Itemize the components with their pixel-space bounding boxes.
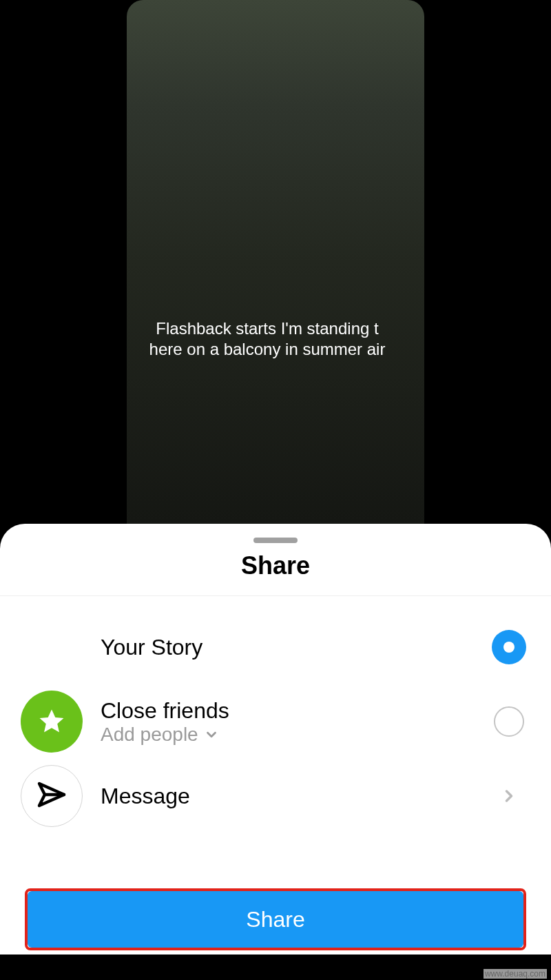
chevron-right-icon bbox=[488, 786, 530, 806]
add-people-link[interactable]: Add people bbox=[101, 724, 470, 746]
share-button[interactable]: Share bbox=[28, 891, 523, 948]
add-people-text: Add people bbox=[101, 724, 198, 746]
share-button-highlight: Share bbox=[25, 888, 526, 950]
close-friends-label: Close friends bbox=[101, 698, 470, 724]
radio-selected-icon[interactable] bbox=[492, 630, 526, 664]
your-story-label: Your Story bbox=[101, 635, 470, 660]
sheet-title: Share bbox=[0, 551, 551, 596]
share-options: Your Story Close friends Add people bbox=[0, 596, 551, 833]
message-label: Message bbox=[101, 784, 470, 809]
paper-plane-icon bbox=[21, 765, 83, 827]
option-close-friends[interactable]: Close friends Add people bbox=[21, 684, 530, 759]
story-preview: Flashback starts I'm standing t here on … bbox=[127, 0, 424, 524]
watermark: www.deuaq.com bbox=[484, 969, 547, 979]
sheet-grabber[interactable] bbox=[253, 538, 298, 543]
option-your-story[interactable]: Your Story bbox=[21, 610, 530, 684]
option-message[interactable]: Message bbox=[21, 759, 530, 833]
radio-unselected-icon[interactable] bbox=[494, 706, 524, 737]
share-sheet: Share Your Story Close friends bbox=[0, 524, 551, 955]
lyric-text: Flashback starts I'm standing t here on … bbox=[149, 319, 386, 358]
lyric-overlay: Flashback starts I'm standing t here on … bbox=[143, 316, 391, 363]
chevron-down-icon bbox=[204, 727, 219, 742]
star-icon bbox=[21, 691, 83, 753]
